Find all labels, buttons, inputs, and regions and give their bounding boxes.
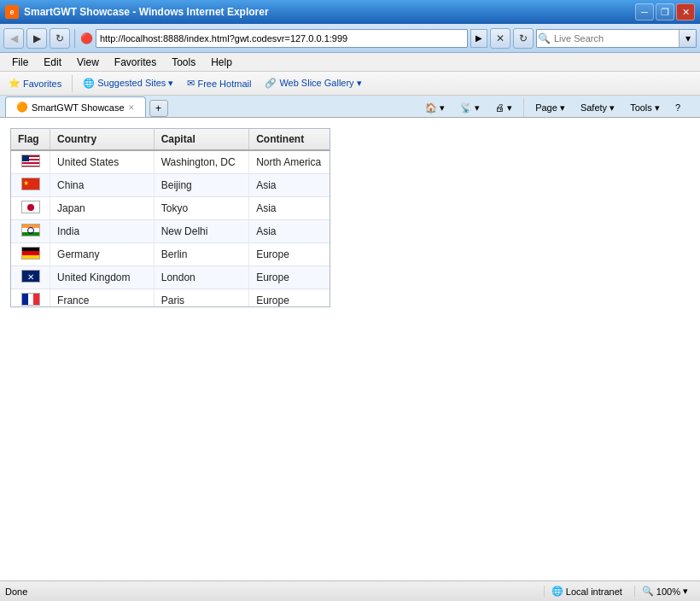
content-area: Flag Country Capital Continent United St… [0,118,700,562]
address-go-button[interactable]: ▶ [470,29,487,48]
refresh-button[interactable]: ↻ [50,28,70,49]
capital-cell: Tokyo [154,197,248,220]
table-row[interactable]: IndiaNew DelhiAsia [11,220,330,243]
window-title: SmartGWT Showcase - Windows Internet Exp… [24,6,269,18]
zoom-dropdown-icon[interactable]: ▾ [683,586,688,597]
continent-cell: North America [249,150,330,174]
menu-edit[interactable]: Edit [37,55,68,70]
continent-cell: Asia [249,220,330,243]
menu-bar: File Edit View Favorites Tools Help [0,53,700,72]
flag-cell [11,197,50,220]
restore-button[interactable]: ❐ [656,3,674,20]
hotmail-label: Free Hotmail [197,79,251,89]
toolbar-sep-1 [523,98,524,117]
address-input[interactable] [96,29,468,48]
suggested-sites-icon: 🌐 [83,78,95,89]
table-row[interactable]: GermanyBerlinEurope [11,243,330,266]
refresh-stop-button[interactable]: ✕ [490,28,510,49]
search-input[interactable] [551,30,679,47]
menu-favorites[interactable]: Favorites [108,55,163,70]
country-cell: France [50,289,155,308]
flag-cell [11,174,50,197]
web-slice-gallery-button[interactable]: 🔗 Web Slice Gallery ▾ [261,76,365,90]
tab-favicon: 🟠 [16,102,28,113]
col-header-flag: Flag [11,129,50,150]
col-header-country: Country [50,129,155,150]
tab-bar: 🟠 SmartGWT Showcase ✕ + 🏠 ▾ 📡 ▾ 🖨 ▾ Page… [0,96,700,118]
fav-separator-1 [72,75,73,92]
zone-label: Local intranet [566,586,622,597]
continent-cell: Europe [249,266,330,289]
favorites-star-icon: ⭐ [9,78,20,89]
capital-cell: London [154,266,248,289]
search-engine-icon: 🔍 [537,32,551,45]
menu-help[interactable]: Help [204,55,239,70]
tab-toolbar-right: 🏠 ▾ 📡 ▾ 🖨 ▾ Page ▾ Safety ▾ Tools ▾ ? [419,98,695,117]
help-button[interactable]: ? [669,100,686,115]
tab-close-icon[interactable]: ✕ [128,103,135,112]
zone-icon: 🌐 [551,586,563,597]
country-cell: United States [50,150,155,174]
col-header-continent: Continent [249,129,330,150]
menu-tools[interactable]: Tools [165,55,202,70]
favorites-label: Favorites [23,79,61,89]
country-cell: Germany [50,243,155,266]
tab-smartgwt[interactable]: 🟠 SmartGWT Showcase ✕ [5,96,146,117]
nav-bar: ◀ ▶ ↻ 🔴 ▶ ✕ ↻ 🔍 ▾ [0,24,700,53]
zoom-icon: 🔍 [642,586,654,597]
country-table: Flag Country Capital Continent United St… [11,129,330,307]
page-button[interactable]: Page ▾ [529,100,571,116]
country-cell: India [50,220,155,243]
capital-cell: New Delhi [154,220,248,243]
title-bar: e SmartGWT Showcase - Windows Internet E… [0,0,700,24]
capital-cell: Berlin [154,243,248,266]
table-row[interactable]: United KingdomLondonEurope [11,266,330,289]
table-row[interactable]: FranceParisEurope [11,289,330,308]
suggested-sites-label: Suggested Sites ▾ [97,78,173,89]
capital-cell: Paris [154,289,248,308]
print-button[interactable]: 🖨 ▾ [489,100,518,116]
address-favicon: 🔴 [79,32,93,45]
safety-button[interactable]: Safety ▾ [575,100,621,116]
web-slice-label: Web Slice Gallery ▾ [279,78,361,89]
browser-icon: e [5,5,19,19]
title-bar-left: e SmartGWT Showcase - Windows Internet E… [5,5,269,19]
flag-cell [11,243,50,266]
rss-button[interactable]: 📡 ▾ [454,100,486,116]
status-right: 🌐 Local intranet 🔍 100% ▾ [544,586,695,597]
table-row[interactable]: ChinaBeijingAsia [11,174,330,197]
favorites-bar: ⭐ Favorites 🌐 Suggested Sites ▾ ✉ Free H… [0,72,700,96]
web-slice-icon: 🔗 [265,78,277,89]
status-text: Done [5,586,27,597]
continent-cell: Asia [249,174,330,197]
capital-cell: Beijing [154,174,248,197]
security-zone: 🌐 Local intranet [544,586,629,597]
tab-label: SmartGWT Showcase [32,102,125,113]
window-controls[interactable]: ─ ❐ ✕ [635,3,695,20]
back-button[interactable]: ◀ [3,28,24,49]
minimize-button[interactable]: ─ [635,3,654,20]
menu-view[interactable]: View [70,55,106,70]
search-button[interactable]: ▾ [679,30,696,47]
table-row[interactable]: United StatesWashington, DCNorth America [11,150,330,174]
menu-file[interactable]: File [5,55,35,70]
tools-button[interactable]: Tools ▾ [624,100,666,116]
continent-cell: Europe [249,243,330,266]
stop-button[interactable]: ↻ [513,28,534,49]
continent-cell: Europe [249,289,330,308]
zoom-level[interactable]: 🔍 100% ▾ [634,586,695,597]
home-button[interactable]: 🏠 ▾ [419,100,451,116]
table-row[interactable]: JapanTokyoAsia [11,197,330,220]
hotmail-icon: ✉ [187,78,195,89]
free-hotmail-button[interactable]: ✉ Free Hotmail [184,76,254,90]
new-tab-button[interactable]: + [149,100,168,117]
search-bar: 🔍 ▾ [536,29,697,48]
flag-cell [11,289,50,308]
table-scroll-container[interactable]: Flag Country Capital Continent United St… [10,128,330,307]
suggested-sites-button[interactable]: 🌐 Suggested Sites ▾ [79,76,177,90]
country-cell: China [50,174,155,197]
country-cell: United Kingdom [50,266,155,289]
favorites-button[interactable]: ⭐ Favorites [5,76,65,90]
forward-button[interactable]: ▶ [26,28,47,49]
close-button[interactable]: ✕ [676,3,695,20]
